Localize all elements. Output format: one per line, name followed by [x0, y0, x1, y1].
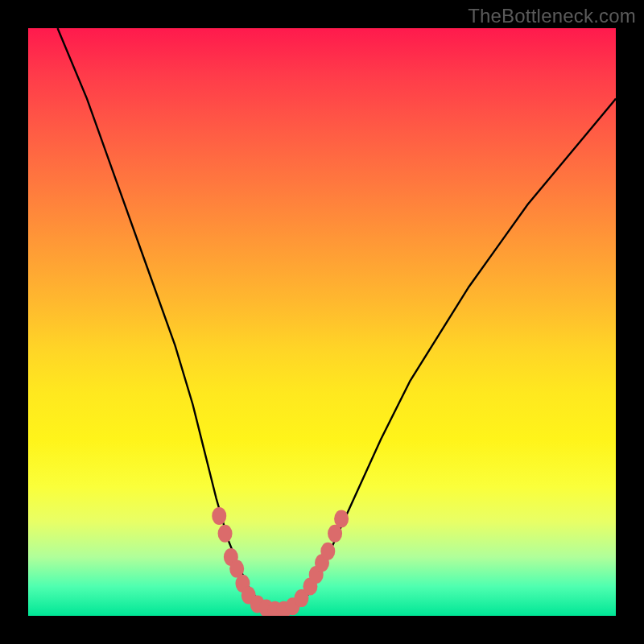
marker-left-upper-2 — [218, 525, 233, 543]
data-point-markers — [28, 28, 616, 616]
marker-right-mid-2 — [320, 543, 335, 560]
marker-right-upper-2 — [334, 510, 349, 528]
chart-frame — [28, 28, 616, 616]
marker-group — [212, 507, 349, 616]
watermark-text: TheBottleneck.com — [468, 5, 636, 27]
marker-left-upper-1 — [212, 507, 226, 525]
